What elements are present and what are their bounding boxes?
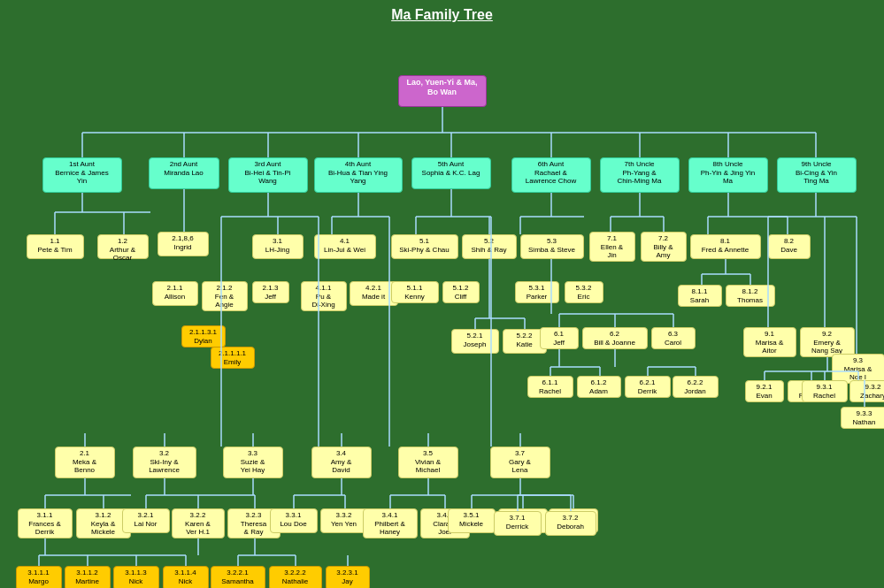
node-371: 3.7.1Derrick bbox=[494, 511, 542, 536]
gen1-node-3: 3rd AuntBi-Hei & Tin-PiWang bbox=[228, 157, 308, 193]
node-321: 3.2.1Lai Nor bbox=[122, 508, 170, 533]
node-933: 9.3.3Nathan bbox=[841, 407, 885, 429]
node-93: 9.3Marisa &Noe I bbox=[832, 354, 885, 384]
node-622: 6.2.2Jordan bbox=[673, 376, 719, 398]
node-31: 3.1LH-Jing bbox=[252, 234, 304, 259]
node-611: 6.1.1Rachel bbox=[527, 376, 573, 398]
node-932: 9.3.2Zachary bbox=[849, 380, 885, 402]
node-921: 9.2.1Evan bbox=[745, 380, 784, 402]
node-612: 6.1.2Adam bbox=[577, 376, 621, 398]
node-331: 3.3.1Lou Doe bbox=[270, 508, 318, 533]
node-3222: 3.2.2.2Nathalie bbox=[269, 566, 322, 588]
node-211: 2.1.1Allison bbox=[152, 281, 198, 306]
node-61: 6.1Jeff bbox=[540, 327, 579, 349]
gen1-node-7: 7th UnclePh-Yang &Chin-Ming Ma bbox=[600, 157, 680, 193]
node-341: 3.4.1Philbert &Haney bbox=[363, 508, 418, 538]
gen1-node-9: 9th UncleBi-Cing & YinTing Ma bbox=[777, 157, 857, 193]
node-21131: 2.1.1.3.1Dylan bbox=[181, 325, 226, 347]
node-72: 7.2Billy &Amy bbox=[641, 232, 687, 262]
node-81: 8.1Fred & Annette bbox=[690, 234, 761, 259]
node-812: 8.1.2Thomas bbox=[726, 285, 775, 307]
gen1-node-1: 1st AuntBernice & JamesYin bbox=[42, 157, 122, 193]
node-21: 2.1Meka &Benno bbox=[55, 447, 115, 478]
node-3231: 3.2.3.1Jay bbox=[326, 566, 370, 588]
node-41: 4.1Lin-Jui & Wei bbox=[314, 234, 376, 259]
gen1-node-5: 5th AuntSophia & K.C. Lag bbox=[411, 157, 491, 189]
node-11: 1.1Pete & Tim bbox=[27, 234, 84, 259]
node-52: 5.2Shih & Ray bbox=[462, 234, 517, 259]
title: Ma Family Tree bbox=[0, 0, 884, 27]
node-33: 3.3Suzie &Yei Hay bbox=[223, 447, 283, 478]
node-411: 4.1.1Pu &Di-Xing bbox=[301, 281, 347, 311]
node-332: 3.3.2Yen Yen bbox=[320, 508, 368, 533]
node-63: 6.3Carol bbox=[651, 327, 696, 349]
node-372: 3.7.2Deborah bbox=[545, 511, 596, 536]
node-931: 9.3.1Rachel bbox=[802, 380, 848, 402]
gen1-node-8: 8th UnclePh-Yin & Jing YinMa bbox=[688, 157, 768, 193]
node-71: 7.1Ellen &Jin bbox=[589, 232, 635, 262]
gen1-node-6: 6th AuntRachael &Lawrence Chow bbox=[511, 157, 591, 193]
tree-connectors bbox=[9, 27, 876, 588]
node-21111: 2.1.1.1.1Emily bbox=[211, 347, 255, 369]
node-35: 3.5Vivian &Michael bbox=[398, 447, 458, 478]
node-32: 3.2Ski-Iny &Lawrence bbox=[133, 447, 196, 478]
node-3221: 3.2.2.1Samantha bbox=[211, 566, 265, 588]
root-node: Lao, Yuen-Yi & Ma, Bo Wan bbox=[398, 75, 487, 107]
node-212: 2.1.2Fen &Angie bbox=[202, 281, 248, 311]
node-82: 8.2Dave bbox=[768, 234, 811, 259]
node-351: 3.5.1Mickele bbox=[448, 508, 496, 533]
node-3111: 3.1.1.1Margo bbox=[16, 566, 62, 588]
node-521: 5.2.1Joseph bbox=[451, 329, 499, 354]
node-2186: 2.1,8,6Ingrid bbox=[158, 232, 209, 256]
node-621: 6.2.1Derrik bbox=[625, 376, 671, 398]
node-62: 6.2Bill & Joanne bbox=[582, 327, 648, 349]
tree-container: Lao, Yuen-Yi & Ma, Bo Wan 1st AuntBernic… bbox=[9, 27, 876, 588]
node-12: 1.2Arthur & Oscar bbox=[97, 234, 149, 259]
node-512: 5.1.2Cliff bbox=[442, 281, 480, 303]
lower-connectors bbox=[9, 27, 876, 588]
node-811: 8.1.1Sarah bbox=[678, 285, 722, 307]
node-3112: 3.1.1.2Martine bbox=[65, 566, 111, 588]
node-92: 9.2Emery &Nang Say bbox=[800, 327, 855, 357]
node-37: 3.7Gary &Lena bbox=[490, 447, 550, 478]
node-51: 5.1Ski-Phy & Chau bbox=[391, 234, 458, 259]
node-531: 5.3.1Parker bbox=[515, 281, 559, 303]
node-213: 2.1.3Jeff bbox=[252, 281, 289, 303]
node-91: 9.1Marisa &Aitor bbox=[743, 327, 796, 357]
node-3114: 3.1.1.4Nick bbox=[163, 566, 209, 588]
node-532: 5.3.2Eric bbox=[565, 281, 603, 303]
gen1-node-4: 4th AuntBi-Hua & Tian YingYang bbox=[314, 157, 403, 193]
node-53: 5.3Simba & Steve bbox=[520, 234, 584, 259]
node-311: 3.1.1Frances &Derrik bbox=[18, 508, 73, 538]
node-322: 3.2.2Karen &Ver H.1 bbox=[172, 508, 225, 538]
node-511: 5.1.1Kenny bbox=[391, 281, 439, 303]
node-34: 3.4Amy &David bbox=[311, 447, 372, 478]
gen1-node-2: 2nd AuntMiranda Lao bbox=[149, 157, 219, 189]
node-3113: 3.1.1.3Nick bbox=[113, 566, 159, 588]
